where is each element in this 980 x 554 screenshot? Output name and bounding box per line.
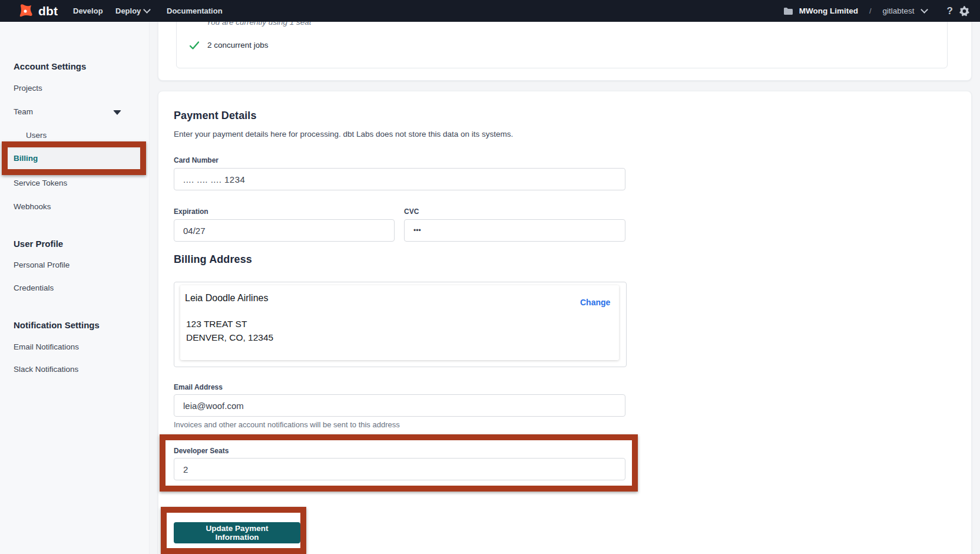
project-name[interactable]: gitlabtest [883,6,915,15]
annotation-box-update-payment: Update Payment Information [161,507,306,554]
chevron-down-icon[interactable] [921,6,928,14]
annotation-box-billing: Billing [2,141,146,175]
sidebar-item-slack-notifications[interactable]: Slack Notifications [14,365,78,374]
check-icon [190,41,199,50]
dbt-logo[interactable]: dbt [16,2,58,20]
sidebar-item-personal-profile[interactable]: Personal Profile [14,260,69,269]
chevron-down-icon [143,6,151,14]
plan-feature-label: 2 concurrent jobs [207,41,269,50]
sidebar-item-webhooks[interactable]: Webhooks [14,202,51,211]
billing-address-line1: 123 TREAT ST [186,319,247,329]
dbt-logo-text: dbt [38,4,58,18]
email-helper-text: Invoices and other account notifications… [174,420,400,429]
billing-address-title: Billing Address [174,253,252,266]
nav-item-develop[interactable]: Develop [73,0,103,22]
sidebar-item-credentials[interactable]: Credentials [14,283,54,292]
plan-feature-row: 2 concurrent jobs [190,41,269,50]
sidebar-section-account-settings: Account Settings [14,61,86,71]
account-name[interactable]: MWong Limited [799,6,858,15]
change-address-link[interactable]: Change [580,298,610,307]
payment-details-title: Payment Details [174,110,257,122]
annotation-box-developer-seats: Developer Seats [160,434,638,492]
nav-item-documentation[interactable]: Documentation [167,0,223,22]
developer-seats-input[interactable] [174,458,625,480]
update-payment-button[interactable]: Update Payment Information [174,522,300,543]
gear-icon[interactable] [959,6,969,17]
settings-sidebar: Account Settings Projects Team Users Ser… [0,22,150,554]
sidebar-item-billing[interactable]: Billing [8,147,140,169]
expiration-label: Expiration [174,207,208,216]
cvc-input[interactable] [404,219,625,242]
top-navbar: dbt Develop Deploy Documentation MWong L… [0,0,980,22]
expiration-input[interactable] [174,219,395,242]
email-address-label: Email Address [174,383,223,391]
nav-item-deploy[interactable]: Deploy [115,0,150,22]
billing-address-line2: DENVER, CO, 12345 [186,332,273,343]
payment-details-subtitle: Enter your payment details here for proc… [174,130,513,138]
sidebar-item-billing-label: Billing [14,154,38,163]
chevron-down-icon[interactable] [113,110,121,115]
card-number-label: Card Number [174,156,218,164]
developer-seats-label: Developer Seats [174,447,229,455]
breadcrumb-separator: / [869,6,872,15]
card-number-input[interactable] [174,168,625,190]
sidebar-item-service-tokens[interactable]: Service Tokens [14,179,67,187]
sidebar-item-team[interactable]: Team [14,107,33,116]
dbt-logo-icon [16,2,34,20]
sidebar-item-projects[interactable]: Projects [14,84,42,93]
sidebar-section-notification-settings: Notification Settings [14,320,100,330]
sidebar-section-user-profile: User Profile [14,239,63,249]
sidebar-item-email-notifications[interactable]: Email Notifications [14,342,79,351]
cvc-label: CVC [404,207,419,216]
sidebar-item-users[interactable]: Users [26,131,47,140]
help-icon[interactable]: ? [947,5,953,17]
folder-icon [783,7,793,15]
email-address-input[interactable] [174,394,625,417]
billing-address-name: Leia Doodle Airlines [185,293,268,304]
navbar-right-cluster: MWong Limited / gitlabtest ? [783,0,969,22]
